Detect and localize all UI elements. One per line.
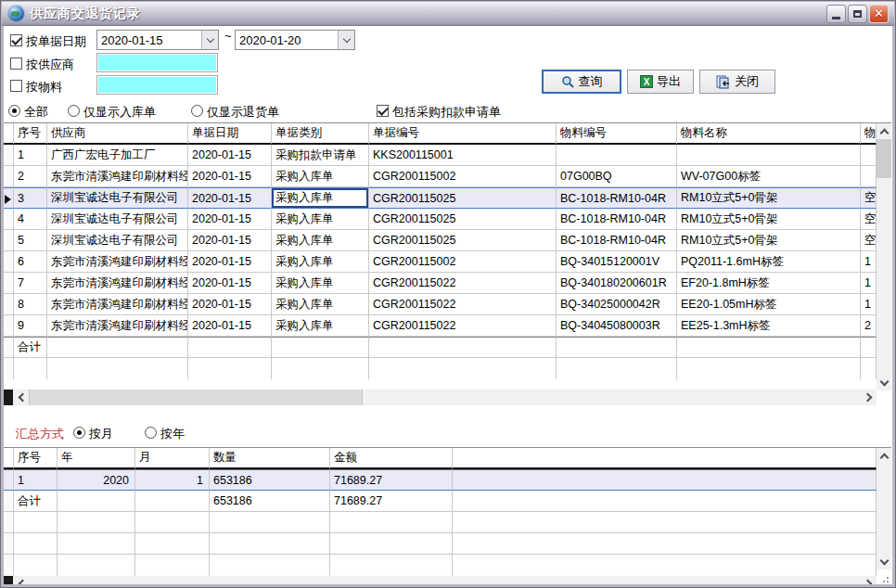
cell[interactable]: 采购入库单 bbox=[272, 230, 369, 251]
column-header[interactable]: 金额 bbox=[330, 448, 453, 469]
cell[interactable]: 4 bbox=[14, 209, 47, 230]
query-button[interactable]: 查询 bbox=[542, 70, 621, 94]
scope-all-radio[interactable] bbox=[8, 105, 20, 117]
scroll-up-button[interactable] bbox=[877, 448, 891, 464]
cell[interactable]: 2020-01-15 bbox=[188, 209, 272, 230]
cell[interactable]: 采购入库单 bbox=[272, 166, 369, 187]
cell[interactable]: 东莞市清溪鸿建印刷材料经营部 bbox=[47, 166, 188, 187]
column-header[interactable]: 单据日期 bbox=[188, 123, 272, 145]
export-button[interactable]: X 导出 bbox=[627, 70, 694, 94]
scroll-down-button[interactable] bbox=[877, 375, 891, 390]
row-indicator[interactable] bbox=[4, 230, 14, 251]
hscroll-thumb[interactable] bbox=[29, 390, 363, 405]
column-header[interactable]: 序号 bbox=[14, 123, 47, 145]
cell[interactable]: KKS200115001 bbox=[369, 145, 557, 166]
column-header[interactable]: 物 bbox=[861, 123, 877, 145]
cell[interactable]: 空 bbox=[861, 209, 877, 230]
cell[interactable]: BQ-34025000042R bbox=[557, 294, 677, 315]
cell[interactable] bbox=[369, 337, 557, 358]
cell[interactable] bbox=[272, 337, 369, 358]
row-indicator[interactable] bbox=[4, 337, 14, 358]
cell[interactable]: WV-07G00标签 bbox=[677, 166, 861, 187]
cell[interactable] bbox=[861, 337, 877, 358]
date-from-combo[interactable]: 2020-01-15 bbox=[96, 30, 219, 50]
cell[interactable]: 采购入库单 bbox=[272, 273, 369, 294]
close-form-button[interactable]: 关闭 bbox=[699, 70, 775, 94]
date-from-dropdown-button[interactable] bbox=[201, 31, 218, 49]
cell[interactable]: 深圳宝诚达电子有限公司 bbox=[47, 230, 188, 251]
cell[interactable]: 2020-01-15 bbox=[188, 166, 272, 187]
cell[interactable]: EE20-1.05mH标签 bbox=[677, 294, 861, 315]
cell[interactable]: 采购扣款申请单 bbox=[272, 145, 369, 166]
maximize-button[interactable] bbox=[848, 5, 867, 23]
cell[interactable]: 2020-01-15 bbox=[188, 315, 272, 337]
cell[interactable]: 采购入库单 bbox=[272, 209, 369, 230]
scroll-right-button[interactable] bbox=[861, 390, 877, 405]
cell[interactable]: 1 bbox=[14, 469, 58, 491]
material-input[interactable] bbox=[96, 75, 218, 95]
cell[interactable]: 1 bbox=[861, 294, 877, 315]
cell[interactable]: 东莞市清溪鸿建印刷材料经营部 bbox=[47, 273, 188, 294]
row-indicator[interactable] bbox=[4, 145, 14, 166]
cell[interactable]: 653186 bbox=[210, 469, 330, 491]
cell[interactable]: 空 bbox=[861, 187, 877, 209]
column-header[interactable]: 月 bbox=[135, 448, 210, 469]
cell[interactable] bbox=[557, 337, 677, 358]
cell[interactable]: 07G00BQ bbox=[557, 166, 677, 187]
row-indicator[interactable] bbox=[4, 469, 14, 491]
cell[interactable] bbox=[135, 491, 210, 512]
cell[interactable]: EF20-1.8mH标签 bbox=[677, 273, 861, 294]
cell[interactable]: 1 bbox=[861, 273, 877, 294]
cell[interactable]: RM10立式5+0骨架 bbox=[677, 230, 861, 251]
cell[interactable]: 东莞市清溪鸿建印刷材料经营部 bbox=[47, 315, 188, 337]
cell[interactable]: PQ2011-1.6mH标签 bbox=[677, 251, 861, 273]
column-header[interactable]: 物料名称 bbox=[677, 123, 861, 145]
cell[interactable]: RM10立式5+0骨架 bbox=[677, 187, 861, 209]
cell[interactable]: 采购入库单 bbox=[272, 315, 369, 337]
cell[interactable]: 2020-01-15 bbox=[188, 187, 272, 209]
cell[interactable]: EE25-1.3mH标签 bbox=[677, 315, 861, 337]
cell[interactable]: 2 bbox=[14, 166, 47, 187]
date-to-combo[interactable]: 2020-01-20 bbox=[235, 30, 355, 50]
column-header[interactable]: 单据类别 bbox=[272, 123, 369, 145]
cell[interactable]: 1 bbox=[14, 145, 47, 166]
cell[interactable]: 2020 bbox=[58, 469, 135, 491]
column-header[interactable]: 数量 bbox=[210, 448, 330, 469]
row-indicator[interactable] bbox=[4, 209, 14, 230]
cell[interactable]: BC-1018-RM10-04R bbox=[557, 187, 677, 209]
summary-grid-hscrollbar[interactable] bbox=[4, 576, 877, 584]
main-grid-vscrollbar[interactable] bbox=[877, 123, 891, 390]
cell[interactable] bbox=[861, 145, 877, 166]
scroll-down-button[interactable] bbox=[877, 554, 891, 569]
cell[interactable]: CGR200115002 bbox=[369, 251, 557, 273]
material-filter-checkbox[interactable] bbox=[10, 80, 22, 92]
scope-inbound-radio[interactable] bbox=[68, 105, 80, 117]
cell[interactable]: 东莞市清溪鸿建印刷材料经营部 bbox=[47, 251, 188, 273]
row-indicator[interactable] bbox=[4, 273, 14, 294]
cell[interactable]: 5 bbox=[14, 230, 47, 251]
cell[interactable]: 71689.27 bbox=[330, 469, 453, 491]
cell[interactable]: 合计 bbox=[14, 491, 58, 512]
cell[interactable]: 9 bbox=[14, 315, 47, 337]
cell[interactable] bbox=[677, 337, 861, 358]
by-year-radio[interactable] bbox=[145, 427, 157, 439]
main-grid-hscrollbar[interactable] bbox=[4, 390, 877, 405]
scroll-left-button[interactable] bbox=[13, 576, 29, 584]
cell[interactable]: CGR200115025 bbox=[369, 209, 557, 230]
cell[interactable]: CGR200115022 bbox=[369, 315, 557, 337]
cell[interactable]: 2020-01-15 bbox=[188, 145, 272, 166]
cell[interactable]: BQ-340180200601R bbox=[557, 273, 677, 294]
scroll-up-button[interactable] bbox=[877, 123, 891, 139]
cell[interactable] bbox=[861, 166, 877, 187]
cell[interactable] bbox=[188, 337, 272, 358]
column-header[interactable]: 序号 bbox=[14, 448, 58, 469]
cell[interactable]: 3 bbox=[14, 187, 47, 209]
cell[interactable]: CGR200115022 bbox=[369, 273, 557, 294]
column-header[interactable]: 年 bbox=[58, 448, 135, 469]
cell[interactable]: 采购入库单 bbox=[272, 251, 369, 273]
cell[interactable]: 深圳宝诚达电子有限公司 bbox=[47, 209, 188, 230]
cell[interactable]: CGR200115022 bbox=[369, 294, 557, 315]
cell[interactable]: 653186 bbox=[210, 491, 330, 512]
date-filter-checkbox[interactable] bbox=[10, 34, 22, 46]
cell[interactable]: 采购入库单 bbox=[272, 294, 369, 315]
